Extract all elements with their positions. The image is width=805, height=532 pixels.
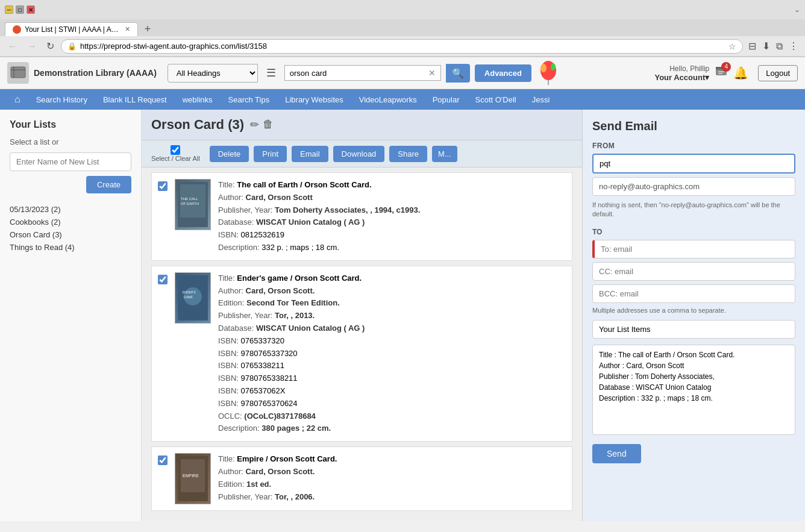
notification-btn[interactable]: 4 [714, 64, 728, 82]
subject-input[interactable] [592, 320, 795, 339]
cc-input[interactable] [592, 262, 795, 281]
author-value-3: Card, Orson Scott. [246, 467, 315, 476]
author-label-1: Author: [218, 193, 246, 202]
print-btn[interactable]: Print [254, 146, 287, 162]
edit-icon[interactable]: ✏ [250, 118, 259, 131]
desc-value-2: 380 pages ; 22 cm. [262, 424, 331, 433]
window-controls: ─ □ ✕ [5, 5, 35, 14]
isbn-value-2c: 0765338211 [241, 361, 284, 370]
trash-icon[interactable]: 🗑 [263, 118, 274, 131]
nav-bar: ← → ↻ 🔒 ☆ ⊟ ⬇ ⧉ ⋮ [0, 36, 805, 57]
close-btn[interactable]: ✕ [27, 5, 35, 14]
account-link[interactable]: Your Account▾ [654, 73, 709, 82]
list-title-icons: ✏ 🗑 [250, 118, 274, 131]
more-btn[interactable]: M... [432, 146, 457, 162]
list-title: Orson Card (3) [151, 117, 244, 133]
svg-rect-0 [11, 67, 25, 78]
subnav-videoleapworks[interactable]: VideoLeapworks [352, 90, 424, 109]
book-details-2: Title: Ender's game / Orson Scott Card. … [218, 272, 566, 435]
bcc-input[interactable] [592, 284, 795, 303]
list-item-4[interactable]: Things to Read (4) [10, 241, 131, 254]
svg-text:GAME: GAME [184, 295, 193, 299]
search-clear-btn[interactable]: ✕ [428, 68, 436, 78]
book-checkbox-2[interactable] [158, 275, 168, 284]
extensions-btn[interactable]: ⧉ [774, 39, 785, 54]
select-all-checkbox[interactable] [171, 145, 180, 155]
select-all-area: Select / Clear All [151, 145, 200, 162]
subnav-home[interactable]: ⌂ [7, 89, 28, 110]
active-tab[interactable]: Your List | STWI | AAAA | Auto-... ✕ [5, 22, 138, 36]
isbn-value-2d: 9780765338211 [241, 374, 298, 383]
isbn-label-2d: ISBN: [218, 374, 241, 383]
isbn-value-2e: 076537062X [241, 386, 286, 395]
tab-close-btn[interactable]: ✕ [125, 25, 130, 33]
pubyear-value-3: Tor, , 2006. [275, 492, 315, 501]
bookmark-list-btn[interactable]: ⊟ [747, 39, 758, 54]
address-bar: 🔒 ☆ [61, 39, 743, 54]
pubyear-label-1: Publisher, Year: [218, 205, 275, 214]
desc-label-2: Description: [218, 424, 262, 433]
notif-badge: 4 [721, 62, 731, 72]
advanced-btn[interactable]: Advanced [475, 64, 531, 82]
app-header: Demonstration Library (AAAA) All Heading… [0, 57, 805, 89]
book-checkbox-1[interactable] [158, 181, 168, 191]
tab-overflow-arrow[interactable]: ⌄ [794, 5, 800, 14]
browser-chrome: ─ □ ✕ ⌄ Your List | STWI | AAAA | Auto-.… [0, 0, 805, 57]
maximize-btn[interactable]: □ [16, 5, 24, 14]
subnav-library-websites[interactable]: Library Websites [278, 90, 351, 109]
isbn-label-2b: ISBN: [218, 349, 241, 358]
list-item-1[interactable]: 05/13/2023 (2) [10, 203, 131, 216]
menu-btn[interactable]: ⋮ [787, 39, 800, 54]
email-btn[interactable]: Email [292, 146, 328, 162]
back-btn[interactable]: ← [5, 40, 20, 53]
isbn-label-1: ISBN: [218, 230, 241, 239]
svg-text:OF EARTH: OF EARTH [181, 202, 199, 205]
subnav-jessi[interactable]: Jessi [525, 90, 557, 109]
forward-btn[interactable]: → [24, 40, 40, 53]
from-input[interactable] [592, 154, 795, 174]
book-checkbox-3[interactable] [158, 455, 168, 465]
pubyear-value-1: Tom Doherty Associates, , 1994, c1993. [275, 205, 420, 214]
isbn-label-2a: ISBN: [218, 336, 241, 345]
create-list-btn[interactable]: Create [86, 176, 131, 193]
search-go-btn[interactable]: 🔍 [446, 64, 470, 83]
search-type-select[interactable]: All Headings [168, 64, 258, 83]
logout-btn[interactable]: Logout [758, 65, 798, 81]
subnav-popular[interactable]: Popular [425, 90, 467, 109]
send-btn[interactable]: Send [592, 444, 641, 463]
delete-btn[interactable]: Delete [210, 146, 249, 162]
header-right: Hello, Phillip Your Account▾ 4 🔔 Logout [654, 64, 798, 82]
tab-bar: Your List | STWI | AAAA | Auto-... ✕ + [0, 19, 805, 36]
reload-btn[interactable]: ↻ [43, 39, 57, 53]
subnav-search-history[interactable]: Search History [29, 90, 95, 109]
desc-value-1: 332 p. ; maps ; 18 cm. [262, 243, 339, 252]
bookmark-icon[interactable]: ☆ [728, 42, 736, 51]
to-input[interactable] [592, 240, 795, 258]
new-tab-btn[interactable]: + [140, 22, 155, 36]
email-body[interactable] [592, 345, 795, 435]
isbn-value-2b: 9780765337320 [241, 349, 298, 358]
download-btn[interactable]: Download [333, 146, 385, 162]
stack-icon: ☰ [263, 66, 280, 80]
subnav-scott-odell[interactable]: Scott O'Dell [468, 90, 523, 109]
sidebar-subtitle: Select a list or [10, 137, 131, 146]
new-list-input[interactable] [10, 152, 131, 171]
author-value-1: Card, Orson Scott [246, 193, 313, 202]
book-cover-3: EMPIRE [175, 453, 211, 504]
subnav-search-tips[interactable]: Search Tips [221, 90, 277, 109]
list-item-3[interactable]: Orson Card (3) [10, 228, 131, 241]
isbn-label-2f: ISBN: [218, 399, 241, 408]
minimize-btn[interactable]: ─ [5, 5, 13, 14]
bell-btn[interactable]: 🔔 [733, 66, 748, 80]
list-item-2[interactable]: Cookbooks (2) [10, 216, 131, 228]
download-btn[interactable]: ⬇ [760, 39, 772, 54]
title-value-3: Empire / Orson Scott Card. [237, 454, 337, 463]
search-input[interactable] [290, 69, 426, 78]
url-input[interactable] [80, 42, 725, 51]
from-suggestion[interactable]: no-reply@auto-graphics.com [592, 177, 795, 196]
subnav-blank-ill[interactable]: Blank ILL Request [96, 90, 174, 109]
book-cover-1: THE CALLOF EARTH [175, 179, 211, 230]
share-btn[interactable]: Share [389, 146, 427, 162]
book-cover-img-2: ENDER'SGAME [175, 272, 210, 324]
subnav-weblinks[interactable]: weblinks [175, 90, 220, 109]
